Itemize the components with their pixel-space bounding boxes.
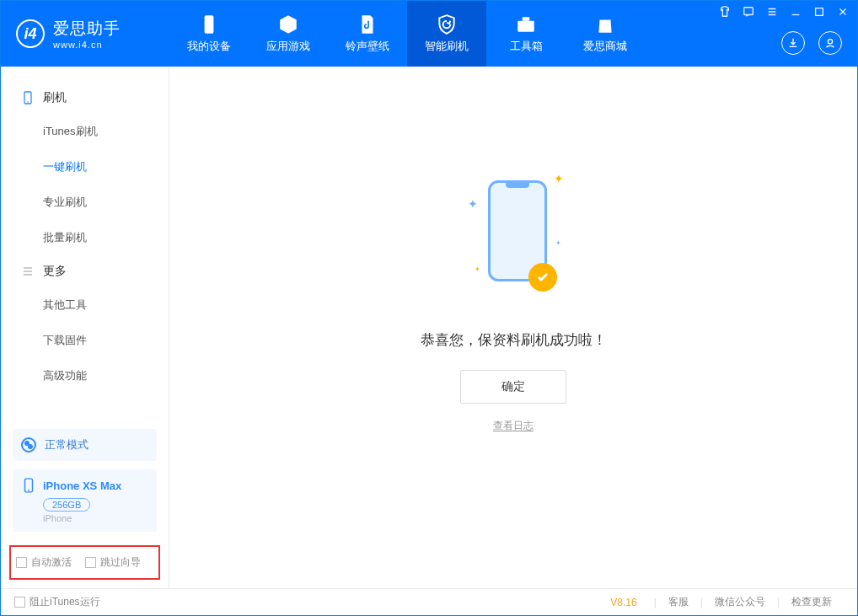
tab-store[interactable]: 爱思商城: [566, 1, 645, 67]
tab-label: 爱思商城: [583, 39, 627, 54]
header-right-icons: [781, 31, 842, 55]
success-message: 恭喜您，保资料刷机成功啦！: [421, 330, 607, 350]
device-icon: [21, 91, 35, 104]
mode-icon: [21, 437, 36, 453]
ok-button[interactable]: 确定: [460, 370, 566, 404]
music-file-icon: [357, 13, 378, 35]
sparkle-icon: ✦: [554, 172, 564, 185]
logo[interactable]: i4 爱思助手 www.i4.cn: [1, 18, 169, 50]
feedback-icon[interactable]: [743, 6, 754, 20]
checkbox-icon: [16, 557, 27, 568]
skin-icon[interactable]: [719, 6, 731, 20]
footer-link-wechat[interactable]: 微信公众号: [703, 595, 777, 609]
sidebar-item-itunes-flash[interactable]: iTunes刷机: [1, 114, 169, 149]
sidebar-item-other-tools[interactable]: 其他工具: [1, 287, 169, 323]
maximize-icon[interactable]: [813, 6, 825, 20]
user-icon[interactable]: [818, 31, 842, 55]
section-title: 更多: [43, 264, 67, 279]
logo-icon: i4: [16, 19, 45, 48]
app-name-cn: 爱思助手: [53, 18, 121, 40]
checkbox-block-itunes[interactable]: 阻止iTunes运行: [14, 595, 100, 609]
tab-apps-games[interactable]: 应用游戏: [249, 1, 328, 67]
tab-label: 我的设备: [187, 39, 231, 54]
download-icon[interactable]: [781, 31, 805, 55]
sidebar-item-advanced[interactable]: 高级功能: [1, 358, 169, 394]
mode-label: 正常模式: [45, 437, 88, 453]
checkbox-label: 阻止iTunes运行: [29, 595, 100, 609]
minimize-icon[interactable]: [790, 6, 802, 20]
success-illustration: ✦ ✦ ✦ ✦: [463, 172, 564, 307]
sidebar-item-batch-flash[interactable]: 批量刷机: [1, 220, 169, 255]
device-name: iPhone XS Max: [43, 479, 121, 492]
list-icon: [21, 265, 35, 278]
status-bar: 阻止iTunes运行 V8.16 | 客服 | 微信公众号 | 检查更新: [1, 588, 857, 615]
section-flash[interactable]: 刷机: [1, 82, 169, 114]
options-highlight: 自动激活 跳过向导: [9, 545, 160, 580]
menu-icon[interactable]: [766, 6, 778, 20]
device-capacity: 256GB: [43, 498, 90, 512]
tab-label: 工具箱: [510, 39, 543, 54]
sparkle-icon: ✦: [468, 197, 478, 211]
footer-link-update[interactable]: 检查更新: [780, 595, 844, 609]
logo-text: 爱思助手 www.i4.cn: [53, 18, 121, 50]
svg-point-9: [28, 490, 29, 491]
phone-outline-icon: [21, 478, 36, 493]
device-type: iPhone: [43, 513, 148, 523]
svg-rect-3: [744, 8, 753, 15]
sidebar: 刷机 iTunes刷机 一键刷机 专业刷机 批量刷机 更多 其他工具 下载固件 …: [1, 67, 169, 588]
svg-rect-4: [816, 8, 823, 16]
sidebar-nav: 刷机 iTunes刷机 一键刷机 专业刷机 批量刷机 更多 其他工具 下载固件 …: [1, 67, 169, 420]
app-header: i4 爱思助手 www.i4.cn 我的设备 应用游戏 铃声壁纸 智能刷机 工具…: [1, 1, 857, 67]
cube-icon: [277, 13, 299, 35]
sparkle-icon: ✦: [475, 265, 480, 273]
sidebar-item-download-firmware[interactable]: 下载固件: [1, 323, 169, 358]
section-title: 刷机: [43, 90, 67, 105]
close-icon[interactable]: [837, 6, 849, 20]
tab-my-device[interactable]: 我的设备: [169, 1, 249, 67]
window-controls: [719, 6, 849, 20]
view-log-link[interactable]: 查看日志: [493, 419, 534, 433]
app-body: 刷机 iTunes刷机 一键刷机 专业刷机 批量刷机 更多 其他工具 下载固件 …: [1, 67, 857, 588]
app-name-en: www.i4.cn: [53, 40, 121, 50]
main-tabs: 我的设备 应用游戏 铃声壁纸 智能刷机 工具箱 爱思商城: [169, 1, 645, 67]
main-content: ✦ ✦ ✦ ✦ 恭喜您，保资料刷机成功啦！ 确定 查看日志: [169, 67, 857, 588]
check-badge-icon: [528, 263, 557, 292]
device-mode[interactable]: 正常模式: [13, 429, 157, 461]
checkbox-icon: [14, 597, 25, 608]
bag-icon: [594, 13, 616, 35]
device-block: 正常模式 iPhone XS Max 256GB iPhone: [1, 420, 169, 540]
svg-point-5: [828, 40, 832, 44]
checkbox-icon: [85, 557, 96, 568]
tab-label: 应用游戏: [266, 39, 310, 54]
tab-smart-flash[interactable]: 智能刷机: [407, 1, 486, 67]
tab-ringtones-wallpapers[interactable]: 铃声壁纸: [328, 1, 407, 67]
tab-label: 铃声壁纸: [346, 39, 389, 54]
checkbox-auto-activate[interactable]: 自动激活: [16, 555, 72, 570]
svg-rect-2: [523, 17, 530, 20]
svg-rect-0: [205, 15, 214, 34]
version-label: V8.16: [610, 597, 636, 608]
footer-link-support[interactable]: 客服: [657, 595, 700, 609]
sidebar-item-oneclick-flash[interactable]: 一键刷机: [1, 149, 169, 185]
phone-icon: [198, 13, 220, 35]
device-card[interactable]: iPhone XS Max 256GB iPhone: [13, 469, 157, 532]
tab-label: 智能刷机: [425, 39, 469, 54]
checkbox-skip-guide[interactable]: 跳过向导: [85, 555, 141, 570]
section-more[interactable]: 更多: [1, 255, 169, 287]
checkbox-label: 跳过向导: [100, 555, 141, 570]
sidebar-item-pro-flash[interactable]: 专业刷机: [1, 185, 169, 220]
svg-point-7: [27, 101, 29, 103]
shield-refresh-icon: [436, 13, 458, 35]
svg-rect-1: [517, 21, 534, 32]
tab-toolbox[interactable]: 工具箱: [486, 1, 566, 67]
toolbox-icon: [515, 13, 537, 35]
sparkle-icon: ✦: [555, 239, 561, 247]
checkbox-label: 自动激活: [31, 555, 72, 570]
